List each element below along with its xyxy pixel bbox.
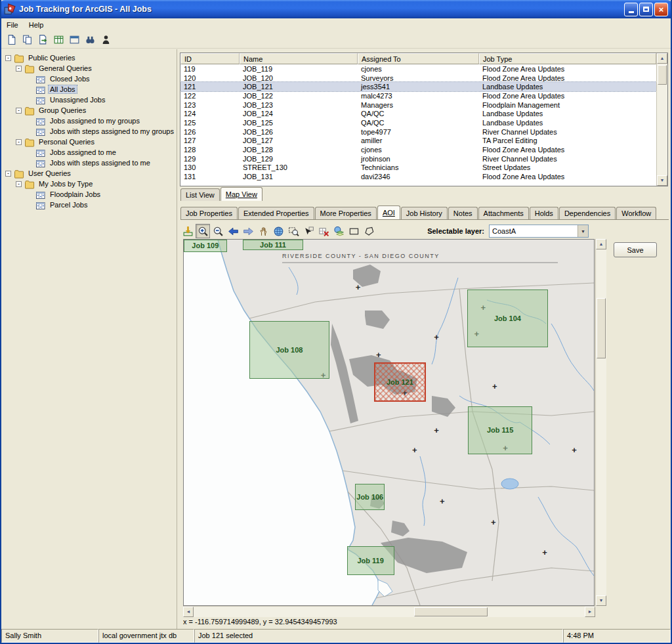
table-row[interactable]: 121JOB_121jess3541Landbase Updates	[180, 82, 656, 91]
combo-dropdown-icon[interactable]: ▼	[578, 225, 588, 237]
tree-expander-icon[interactable]: -	[16, 181, 22, 187]
tree-item-closed-jobs[interactable]: Closed Jobs	[1, 74, 177, 84]
tab-attachments[interactable]: Attachments	[478, 207, 529, 219]
tree-item-jobs-with-steps-assigned-to-me[interactable]: Jobs with steps assigned to me	[1, 158, 177, 168]
tree-item-all-jobs[interactable]: All Jobs	[1, 84, 177, 95]
full-extent-icon[interactable]	[271, 224, 285, 238]
maximize-button[interactable]	[639, 3, 653, 16]
tree-item-my-jobs-by-type[interactable]: -My Jobs by Type	[1, 179, 177, 189]
tab-extended-properties[interactable]: Extended Properties	[238, 207, 314, 219]
table-row[interactable]: 122JOB_122malc4273Flood Zone Area Update…	[180, 91, 656, 100]
aoi-job-115[interactable]: Job 115	[468, 406, 532, 454]
menu-help[interactable]: Help	[24, 20, 49, 30]
table-row[interactable]: 129JOB_129jrobinsonRiver Channel Updates	[180, 154, 656, 163]
tree-item-jobs-with-steps-assigned-to-my-groups[interactable]: Jobs with steps assigned to my groups	[1, 126, 177, 137]
tree-expander-icon[interactable]: -	[16, 139, 22, 145]
column-header-name[interactable]: Name	[240, 53, 358, 64]
tree-item-public-queries[interactable]: -Public Queries	[1, 53, 177, 63]
tab-dependencies[interactable]: Dependencies	[559, 207, 616, 219]
export-job-icon[interactable]	[35, 33, 50, 47]
tree-item-group-queries[interactable]: -Group Queries	[1, 105, 177, 116]
aoi-job-111[interactable]: Job 111	[243, 240, 303, 250]
table-row[interactable]: 119JOB_119cjonesFlood Zone Area Updates	[180, 64, 656, 74]
aoi-job-106[interactable]: Job 106	[355, 484, 385, 510]
tree-item-unassigned-jobs[interactable]: Unassigned Jobs	[1, 95, 177, 105]
tree-item-user-queries[interactable]: -User Queries	[1, 168, 177, 179]
draw-polygon-icon[interactable]	[362, 224, 376, 238]
tree-expander-icon[interactable]: -	[16, 108, 22, 114]
tab-holds[interactable]: Holds	[530, 207, 558, 219]
tab-notes[interactable]: Notes	[448, 207, 478, 219]
table-view-icon[interactable]	[51, 33, 66, 47]
copy-job-icon[interactable]	[20, 33, 34, 47]
tree-item-parcel-jobs[interactable]: Parcel Jobs	[1, 200, 177, 210]
table-row[interactable]: 125JOB_125QA/QCLandbase Updates	[180, 118, 656, 127]
table-row[interactable]: 124JOB_124QA/QCLandbase Updates	[180, 109, 656, 118]
pan-icon[interactable]	[256, 224, 270, 238]
zoom-in-icon[interactable]	[196, 224, 210, 238]
aoi-label: Job 106	[356, 493, 383, 501]
scroll-left-icon[interactable]: ◄	[183, 607, 194, 617]
layers-icon[interactable]	[331, 224, 346, 238]
aoi-job-121[interactable]: Job 121	[374, 362, 426, 402]
map-view[interactable]: RIVERSIDE COUNTY - SAN DIEGO COUNTY Job …	[184, 240, 594, 605]
tree-item-floodplain-jobs[interactable]: Floodplain Jobs	[1, 189, 177, 200]
table-row[interactable]: 128JOB_128cjonesFlood Zone Area Updates	[180, 145, 656, 154]
tab-list-view[interactable]: List View	[180, 188, 220, 201]
tab-map-view[interactable]: Map View	[220, 187, 262, 201]
menu-file[interactable]: File	[1, 20, 24, 30]
tree-item-jobs-assigned-to-me[interactable]: Jobs assigned to me	[1, 147, 177, 158]
column-header-assigned-to[interactable]: Assigned To	[358, 53, 479, 64]
scrollbar-thumb[interactable]	[658, 65, 667, 85]
table-vertical-scrollbar[interactable]: ▲ ▼	[656, 53, 667, 186]
tab-aoi[interactable]: AOI	[377, 205, 400, 219]
draw-rectangle-icon[interactable]	[346, 224, 361, 238]
save-button[interactable]: Save	[614, 242, 657, 257]
scrollbar-thumb[interactable]	[597, 298, 606, 358]
aoi-job-109[interactable]: Job 109	[184, 240, 227, 252]
table-row[interactable]: 123JOB_123ManagersFloodplain Management	[180, 100, 656, 110]
aoi-job-104[interactable]: Job 104	[467, 290, 548, 347]
scroll-down-icon[interactable]: ▼	[657, 175, 667, 186]
user-icon[interactable]	[98, 33, 113, 47]
zoom-selection-icon[interactable]	[286, 224, 301, 238]
import-aoi-icon[interactable]	[180, 224, 195, 238]
new-job-icon[interactable]	[4, 33, 18, 47]
tree-expander-icon[interactable]: -	[5, 171, 11, 177]
scroll-up-icon[interactable]: ▲	[596, 239, 606, 249]
tab-workflow[interactable]: Workflow	[616, 207, 656, 219]
table-row[interactable]: 120JOB_120SurveyorsFlood Zone Area Updat…	[180, 74, 656, 83]
column-header-id[interactable]: ID	[180, 53, 240, 64]
scroll-right-icon[interactable]: ►	[585, 607, 595, 617]
find-icon[interactable]	[83, 33, 97, 47]
table-row[interactable]: 131JOB_131davi2346Flood Zone Area Update…	[180, 172, 656, 181]
forward-extent-icon[interactable]	[241, 224, 255, 238]
aoi-job-108[interactable]: Job 108	[249, 321, 329, 379]
delete-aoi-icon[interactable]	[316, 224, 331, 238]
tree-item-personal-queries[interactable]: -Personal Queries	[1, 137, 177, 147]
minimize-button[interactable]	[624, 3, 638, 16]
scroll-down-icon[interactable]: ▼	[596, 595, 606, 606]
close-button[interactable]: ×	[654, 3, 668, 16]
table-row[interactable]: 127JOB_127amillerTA Parcel Editing	[180, 137, 656, 146]
zoom-out-icon[interactable]	[211, 224, 225, 238]
scroll-up-icon[interactable]: ▲	[657, 53, 667, 64]
table-row[interactable]: 130STREET_130TechniciansStreet Updates	[180, 163, 656, 173]
tree-item-general-queries[interactable]: -General Queries	[1, 63, 177, 74]
tree-expander-icon[interactable]: -	[5, 55, 11, 61]
map-vertical-scrollbar[interactable]: ▲ ▼	[595, 239, 606, 606]
properties-window-icon[interactable]	[67, 33, 81, 47]
tab-job-history[interactable]: Job History	[401, 207, 448, 219]
table-row[interactable]: 126JOB_126tope4977River Channel Updates	[180, 127, 656, 137]
column-header-job-type[interactable]: Job Type	[479, 53, 656, 64]
tab-more-properties[interactable]: More Properties	[315, 207, 377, 219]
tree-item-jobs-assigned-to-my-groups[interactable]: Jobs assigned to my groups	[1, 116, 177, 126]
tab-job-properties[interactable]: Job Properties	[180, 207, 238, 219]
map-horizontal-scrollbar[interactable]: ◄ ►	[183, 606, 595, 617]
tree-expander-icon[interactable]: -	[16, 66, 22, 72]
scrollbar-thumb[interactable]	[414, 607, 488, 616]
select-aoi-icon[interactable]	[301, 224, 316, 238]
back-extent-icon[interactable]	[226, 224, 240, 238]
aoi-job-119[interactable]: Job 119	[347, 546, 394, 575]
selectable-layer-combo[interactable]: CoastA ▼	[489, 225, 589, 238]
